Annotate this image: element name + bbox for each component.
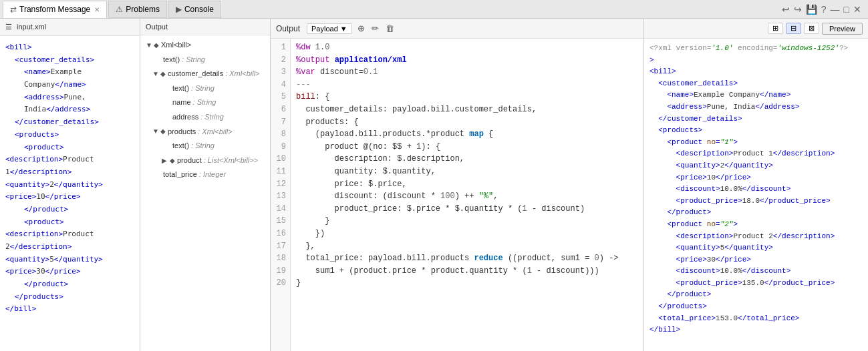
tree-type-customer: : Xml<bill> [225, 68, 259, 80]
preview-button[interactable]: Preview [822, 23, 863, 35]
tree-item-bill[interactable]: ▼ ◆ Xml<bill> [140, 38, 270, 53]
tab-console[interactable]: ▶ Console [168, 1, 221, 18]
tree-type-text1: : String [182, 54, 205, 66]
toggle-bill[interactable]: ▼ [146, 40, 154, 51]
tree-item-name[interactable]: name : String [140, 95, 270, 110]
left-panel: ☰ input.xml <bill> <customer_details> <n… [0, 19, 140, 351]
add-icon[interactable]: ⊕ [356, 22, 366, 35]
tab-bar: ⇄ Transform Message ✕ ⚠ Problems ▶ Conso… [0, 0, 868, 19]
code-lines: 12345 678910 1112131415 1617181920 %dw 1… [271, 39, 643, 351]
transform-icon: ⇄ [10, 5, 17, 14]
toolbar-right: ↩ ↪ 💾 ? — □ ✕ [782, 4, 865, 15]
toggle-products[interactable]: ▼ [152, 126, 160, 137]
tree-name-total: total_price [163, 169, 197, 181]
tree-item-products[interactable]: ▼ ◆ products : Xml<bill> [140, 125, 270, 139]
output-tab-label: Output [276, 24, 300, 33]
tree-name-address: address [172, 111, 198, 123]
input-file-icon: ☰ [5, 23, 12, 31]
input-file-label: input.xml [17, 23, 46, 31]
tab-problems-label: Problems [126, 5, 160, 14]
middle-panel: Output ▼ ◆ Xml<bill> text() : String ▼ ◆… [140, 19, 271, 351]
code-content[interactable]: 12345 678910 1112131415 1617181920 %dw 1… [271, 39, 643, 351]
output-label: Output [146, 23, 168, 31]
tree-name-bill: Xml<bill> [161, 39, 191, 51]
tree-item-text2[interactable]: text() : String [140, 81, 270, 96]
xml-tree: <bill> <customer_details> <name>Example … [0, 39, 140, 318]
code-body[interactable]: %dw 1.0 %output application/xml %var dis… [291, 39, 643, 351]
tree-type-product: : List<Xml<bill>> [204, 155, 258, 167]
right-panel: ⊞ ⊟ ⊠ Preview <?xml version='1.0' encodi… [644, 19, 868, 351]
expand-icon4: ◆ [170, 155, 175, 166]
toggle-customer[interactable]: ▼ [152, 69, 160, 79]
tree-item-customer-details[interactable]: ▼ ◆ customer_details : Xml<bill> [140, 67, 270, 81]
tree-type-name: : String [193, 97, 216, 109]
maximize-icon[interactable]: □ [844, 4, 849, 15]
view-btn-grid[interactable]: ⊞ [768, 23, 783, 34]
line-numbers: 12345 678910 1112131415 1617181920 [271, 39, 291, 351]
tree-type-products: : Xml<bill> [198, 126, 232, 138]
close-transform-tab[interactable]: ✕ [94, 6, 100, 13]
tab-transform[interactable]: ⇄ Transform Message ✕ [3, 1, 107, 18]
tree-type-address: : String [200, 111, 224, 123]
save-icon[interactable]: 💾 [806, 4, 817, 15]
tab-problems[interactable]: ⚠ Problems [108, 1, 167, 18]
tree-name-customer: customer_details [168, 68, 223, 80]
tree-name-text2: text() [172, 83, 189, 95]
minimize-icon[interactable]: — [831, 4, 840, 15]
tree-type-total: : Integer [199, 169, 226, 181]
toggle-product[interactable]: ▶ [162, 155, 170, 166]
payload-label: Payload [311, 25, 338, 33]
tree-name-products: products [168, 126, 196, 138]
tree-item-address[interactable]: address : String [140, 110, 270, 125]
delete-icon[interactable]: 🗑 [384, 22, 396, 35]
tree-item-text3[interactable]: text() : String [140, 139, 270, 153]
back-icon[interactable]: ↩ [782, 4, 790, 15]
tree-name-name: name [172, 97, 191, 109]
right-panel-header: ⊞ ⊟ ⊠ Preview [644, 19, 868, 39]
dropdown-arrow: ▼ [340, 25, 347, 33]
expand-icon2: ◆ [160, 69, 166, 79]
payload-dropdown[interactable]: Payload ▼ [307, 23, 352, 34]
left-panel-content[interactable]: <bill> <customer_details> <name>Example … [0, 36, 140, 351]
main-layout: ☰ input.xml <bill> <customer_details> <n… [0, 19, 868, 351]
tree-item-total-price[interactable]: total_price : Integer [140, 167, 270, 182]
tree-name-text1: text() [163, 54, 180, 66]
view-btn-list[interactable]: ⊟ [786, 23, 801, 34]
expand-icon3: ◆ [160, 126, 166, 137]
console-icon: ▶ [176, 5, 182, 14]
tree-item-text1[interactable]: text() : String [140, 53, 270, 67]
expand-icon: ◆ [154, 40, 159, 51]
tree-name-product: product [177, 155, 202, 167]
help-icon[interactable]: ? [821, 4, 827, 15]
tree-panel[interactable]: ▼ ◆ Xml<bill> text() : String ▼ ◆ custom… [140, 35, 270, 351]
tab-console-label: Console [184, 5, 214, 14]
tree-type-text3: : String [191, 140, 214, 152]
tree-item-product[interactable]: ▶ ◆ product : List<Xml<bill>> [140, 153, 270, 168]
close-icon[interactable]: ✕ [853, 4, 861, 15]
forward-icon[interactable]: ↪ [794, 4, 802, 15]
code-panel-header: Output Payload ▼ ⊕ ✏ 🗑 [271, 19, 643, 39]
tree-name-text3: text() [172, 140, 189, 152]
tab-transform-label: Transform Message [19, 5, 90, 14]
tree-type-text2: : String [191, 83, 214, 95]
right-content[interactable]: <?xml version='1.0' encoding='windows-12… [644, 39, 868, 351]
edit-icon[interactable]: ✏ [370, 22, 380, 35]
view-btn-detail[interactable]: ⊠ [804, 23, 819, 34]
problems-icon: ⚠ [116, 5, 123, 14]
left-panel-header: ☰ input.xml [0, 19, 140, 36]
middle-panel-header: Output [140, 19, 270, 35]
code-panel: Output Payload ▼ ⊕ ✏ 🗑 12345 678910 1112… [271, 19, 644, 351]
